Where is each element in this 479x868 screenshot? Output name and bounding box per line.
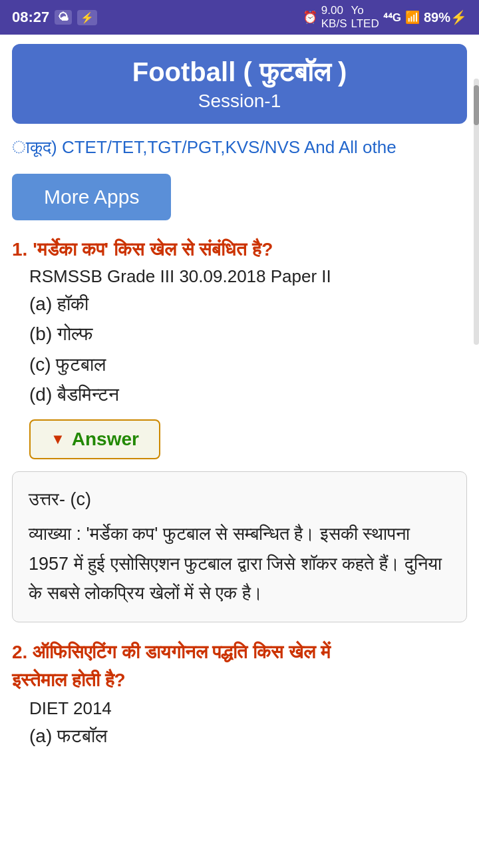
questions-container: 1. 'मर्डेका कप' किस खेल से संबंधित है? R…: [0, 230, 479, 771]
network-type: YoLTED: [351, 4, 379, 31]
battery-display: 89%⚡: [424, 9, 467, 25]
q1-option-a: (a) हॉकी: [29, 291, 467, 317]
arrow-icon: ▼: [51, 431, 65, 448]
q1-explanation: व्याख्या : 'मर्डेका कप' फुटबाल से सम्बन्…: [29, 519, 450, 608]
q2-source: DIET 2014: [29, 698, 467, 719]
question-2-text: 2. ऑफिसिएटिंग की डायगोनल पद्धति किस खेल …: [12, 638, 467, 694]
q1-option-b: (b) गोल्फ: [29, 321, 467, 347]
question-2: 2. ऑफिसिएटिंग की डायगोनल पद्धति किस खेल …: [12, 638, 467, 749]
signal-4g: ⁴⁴G: [383, 11, 401, 25]
more-apps-button[interactable]: More Apps: [12, 174, 171, 220]
time-display: 08:27: [12, 9, 49, 26]
signal-bars: 📶: [405, 10, 420, 25]
q1-answer-button[interactable]: ▼ Answer: [29, 419, 160, 459]
q1-number: 1.: [12, 239, 33, 260]
alarm-icon: ⏰: [303, 10, 317, 25]
status-bar: 08:27 🌤 ⚡ ⏰ 9.00KB/S YoLTED ⁴⁴G 📶 89%⚡: [0, 0, 479, 35]
answer-btn-label: Answer: [72, 429, 139, 450]
icon-cloud: 🌤: [55, 10, 72, 25]
status-right: ⏰ 9.00KB/S YoLTED ⁴⁴G 📶 89%⚡: [303, 4, 467, 31]
question-1: 1. 'मर्डेका कप' किस खेल से संबंधित है? R…: [12, 236, 467, 622]
header-title: Football ( फुटबॉल ): [25, 56, 454, 88]
q1-option-c: (c) फुटबाल: [29, 351, 467, 377]
q1-option-d: (d) बैडमिन्टन: [29, 381, 467, 407]
network-speed: 9.00KB/S: [321, 4, 347, 31]
q1-source: RSMSSB Grade III 30.09.2018 Paper II: [29, 266, 467, 287]
q2-option-a: (a) फटबॉल: [29, 723, 467, 749]
scrollbar-thumb: [474, 85, 479, 125]
app-header: Football ( फुटबॉल ) Session-1: [12, 44, 467, 124]
q1-answer-label: उत्तर- (c): [29, 485, 450, 514]
question-1-text: 1. 'मर्डेका कप' किस खेल से संबंधित है?: [12, 236, 467, 262]
q1-answer-box: उत्तर- (c) व्याख्या : 'मर्डेका कप' फुटबा…: [12, 471, 467, 622]
header-subtitle: Session-1: [25, 91, 454, 112]
scrollbar-track[interactable]: [474, 79, 479, 345]
status-left: 08:27 🌤 ⚡: [12, 9, 97, 26]
icon-usb: ⚡: [77, 10, 97, 25]
sub-text: ाकूद) CTET/TET,TGT/PGT,KVS/NVS And All o…: [0, 130, 479, 164]
q1-question: 'मर्डेका कप' किस खेल से संबंधित है?: [33, 239, 273, 260]
